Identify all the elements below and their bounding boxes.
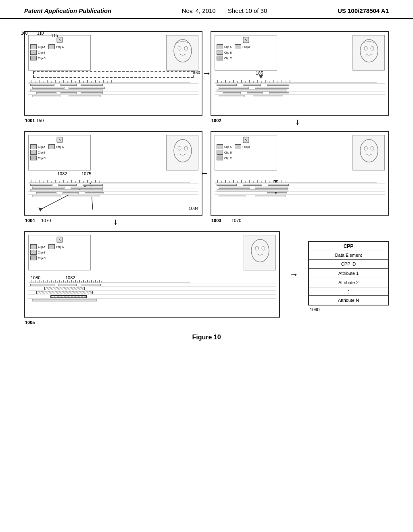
seg-row-5 [28,95,198,98]
cpp-attrN-row: Attribute N [309,296,388,305]
cursor-icon-1002: ↖ [242,36,250,45]
bot-row: ↖ Clip A Proj A [24,231,389,318]
svg-point-106 [255,246,259,250]
header-patent: US 100/278504 A1 [338,7,389,14]
svg-point-82 [364,146,367,150]
arrow-down-from-1004: ↓ [113,216,118,227]
face-1004 [166,135,198,170]
cursor-icon-1005: ↖ [56,236,63,245]
seg-row-3 [28,89,198,92]
left-panel-1002: ↖ Clip A Proj A [215,35,277,71]
svg-point-31 [371,46,374,50]
label-1005: 1005 [25,320,35,325]
left-panel-1005: ↖ Clip A Proj A [28,235,91,270]
label-1003: 1003 [211,218,221,223]
svg-text:↖: ↖ [58,138,61,142]
ref-1075: 1075 [81,171,91,176]
diagram-1003-wrapper: ↖ Clip A Proj A [211,131,389,216]
tick-row-1001 [28,79,198,83]
cursor-icon-1004: ↖ [56,136,63,145]
label-1004: 1004 [25,218,35,223]
tick-row-1002 [215,79,385,83]
svg-point-107 [262,246,265,250]
mid-spacer [24,116,389,131]
clip-list-1004: Clip A Proj A Clip B [29,143,90,161]
content-area: 100 110 115 ↖ [0,19,413,353]
header-date: Nov. 4, 2010 [182,7,216,14]
cpp-subtitle: Data Element [309,251,388,260]
svg-text:↖: ↖ [58,238,61,242]
face-1002 [353,35,385,71]
cpp-dots: : [309,287,388,296]
bot-spacer [24,216,389,231]
ref-185: 185 [256,71,263,75]
diagram-1004: ↖ Clip A Proj A [24,131,202,216]
ref-1082-1004: 1082 [57,171,67,176]
cursor-icon-1003: ↖ [242,136,250,145]
diagram-1002: ↖ Clip A Proj A [211,31,389,116]
playhead-185 [259,75,263,79]
clip-list-1002: Clip A Proj A Clip B [215,44,277,61]
cpp-attr1-row: Attribute 1 [309,269,388,278]
diagram-1001: 100 110 115 ↖ [24,31,202,116]
figure-label-area: Figure 10 [24,334,389,341]
cpp-section: CPP Data Element CPP ID Attribute 1 Attr… [308,231,389,318]
arrow-left-1003: ← [200,168,209,179]
page: Patent Application Publication Nov. 4, 2… [0,0,413,532]
timeline-1002 [215,79,385,112]
top-row: 100 110 115 ↖ [24,31,389,116]
cpp-ref-1090: 1090 [310,307,319,312]
left-panel-1003: ↖ Clip A Proj A [215,135,277,170]
face-1003 [353,135,385,170]
svg-point-83 [371,146,374,150]
header-publication: Patent Application Publication [24,7,111,14]
svg-marker-78 [38,208,42,212]
cpp-id-row: CPP ID [309,260,388,269]
timeline-1001 [28,79,198,112]
arrow-right-1: → [202,68,211,79]
svg-text:↖: ↖ [244,138,247,142]
svg-point-81 [360,139,378,162]
ref-100: 100 [21,31,28,35]
arrow-right-to-cpp: → [288,231,300,318]
diagram-1001-wrapper: 100 110 115 ↖ [24,31,202,116]
mid-row: ↖ Clip A Proj A [24,131,389,216]
svg-text:↖: ↖ [244,38,247,42]
arrow-down-from-1002: ↓ [295,116,300,127]
all-diagrams: 100 110 115 ↖ [24,31,389,341]
header-sheet: Sheet 10 of 30 [228,7,267,14]
svg-point-55 [178,146,181,150]
clip-list-1001: Clip A Proj A Clip B [29,44,90,61]
diagram-1005-wrapper: ↖ Clip A Proj A [24,231,280,318]
timeline-1003 [215,179,385,212]
ref-160: 160 [193,71,200,75]
cpp-data-box: CPP Data Element CPP ID Attribute 1 Attr… [308,241,389,305]
diagram-1004-wrapper: ↖ Clip A Proj A [24,131,202,216]
svg-point-105 [251,239,269,262]
diagram-1005: ↖ Clip A Proj A [24,231,280,318]
cpp-attr2-row: Attribute 2 [309,278,388,287]
face-1005 [244,235,276,270]
dotted-box-160 [33,71,194,78]
clip-list-1005: Clip A Proj A Clip B [29,243,90,261]
header: Patent Application Publication Nov. 4, 2… [0,0,413,19]
face-1001 [166,35,198,71]
svg-text:↖: ↖ [58,38,61,42]
left-panel-1001: ↖ Clip A Proj A [28,35,91,71]
seg-row-2 [28,86,198,89]
svg-point-4 [184,46,188,50]
diagram-1002-wrapper: ↖ Clip A Proj A [211,31,389,116]
timeline-1004 [28,179,198,212]
timeline-1005 [28,279,276,314]
svg-point-54 [174,139,192,162]
diagram-1003: ↖ Clip A Proj A [211,131,389,216]
cursor-icon-1001: ↖ [56,36,63,45]
clip-list-1003: Clip A Proj A Clip B [215,143,277,161]
svg-point-30 [364,46,367,50]
seg-row-4 [28,92,198,95]
label-1070-1004: 1070 [41,218,51,223]
svg-point-3 [178,46,181,50]
left-panel-1004: ↖ Clip A Proj A [28,135,91,170]
figure-label: Figure 10 [192,334,221,341]
seg-row-1 [28,83,198,86]
